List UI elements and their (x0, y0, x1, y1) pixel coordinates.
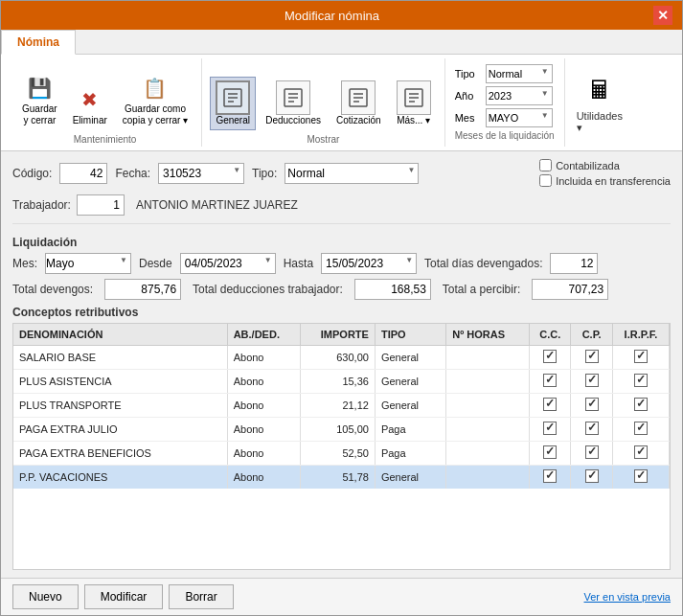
checkbox[interactable] (585, 398, 599, 411)
footer: Nuevo Modificar Borrar Ver en vista prev… (1, 578, 682, 615)
conceptos-section: Conceptos retributivos DENOMINACIÓN AB./… (12, 306, 671, 570)
deducciones-label: Deducciones (265, 115, 321, 126)
checkbox[interactable] (634, 469, 648, 483)
deducciones-icon (276, 80, 310, 115)
tipo-row: Tipo Normal Extra (455, 64, 555, 83)
desde-label: Desde (139, 257, 172, 270)
delete-icon: ✖ (75, 84, 105, 115)
ano-label: Año (455, 90, 482, 102)
ribbon-tabs: Nómina (1, 30, 682, 55)
ano-row: Año 2023 2022 (455, 86, 555, 105)
checkbox[interactable] (634, 374, 648, 387)
checkbox[interactable] (634, 350, 648, 363)
checkbox[interactable] (543, 350, 557, 363)
vista-previa-link[interactable]: Ver en vista previa (584, 591, 672, 603)
trabajador-label: Trabajador: (12, 198, 71, 212)
mostrar-buttons: General Deducciones (210, 60, 437, 130)
mas-button[interactable]: Más... ▾ (391, 77, 437, 130)
codigo-label: Código: (12, 167, 52, 180)
mes-select[interactable]: MAYO JUNIO (486, 108, 553, 127)
ribbon-group-mostrar: General Deducciones (202, 58, 445, 147)
meses-liquidacion-label: Meses de la liquidación (455, 130, 555, 141)
trabajador-name: ANTONIO MARTINEZ JUAREZ (130, 198, 298, 212)
guardar-copia-button[interactable]: 📋 Guardar comocopia y cerrar ▾ (117, 69, 194, 130)
col-denominacion: DENOMINACIÓN (13, 324, 227, 346)
tipo-form-wrapper: Normal (285, 163, 419, 184)
incluida-checkbox[interactable] (539, 174, 552, 187)
utilities-icon: 🖩 (581, 72, 619, 110)
checkbox[interactable] (634, 398, 648, 411)
general-button[interactable]: General (210, 77, 256, 130)
conceptos-table: DENOMINACIÓN AB./DED. IMPORTE TIPO Nº HO… (13, 324, 670, 489)
desde-input[interactable] (180, 253, 276, 274)
guardar-label: Guardary cerrar (22, 103, 57, 126)
ribbon-content: 💾 Guardary cerrar ✖ Eliminar 📋 Guardar c… (1, 55, 682, 150)
col-cp: C.P. (571, 324, 612, 346)
tipo-form-select[interactable]: Normal (285, 163, 419, 184)
window-title: Modificar nómina (11, 9, 653, 23)
total-dias-input[interactable] (550, 253, 598, 274)
checkbox[interactable] (585, 469, 599, 483)
save-icon: 💾 (24, 73, 55, 103)
contabilizada-label: Contabilizada (556, 160, 620, 171)
checkbox[interactable] (585, 422, 599, 435)
incluida-label: Incluida en transferencia (556, 175, 671, 187)
eliminar-button[interactable]: ✖ Eliminar (67, 80, 113, 130)
ano-select[interactable]: 2023 2022 (486, 86, 553, 105)
fecha-input[interactable] (158, 163, 244, 184)
col-tipo: TIPO (375, 324, 445, 346)
main-content: Código: Fecha: Tipo: Normal Contabilizad… (1, 151, 682, 578)
close-button[interactable]: ✕ (653, 6, 672, 25)
mes-liq-select[interactable]: Mayo (45, 253, 131, 274)
modificar-button[interactable]: Modificar (84, 584, 164, 609)
table-row[interactable]: PLUS TRANSPORTEAbono21,12General (13, 394, 670, 418)
checkbox[interactable] (585, 445, 599, 459)
total-ded-input[interactable] (354, 279, 431, 300)
contabilizada-checkbox[interactable] (539, 159, 552, 171)
tipo-label: Tipo (455, 68, 482, 80)
table-row[interactable]: PAGA EXTRA JULIOAbono105,00Paga (13, 418, 670, 442)
mes-select-wrapper: MAYO JUNIO (486, 108, 553, 127)
checkbox[interactable] (585, 350, 599, 363)
conceptos-title: Conceptos retributivos (12, 306, 671, 319)
guardar-cerrar-button[interactable]: 💾 Guardary cerrar (16, 69, 63, 130)
table-row[interactable]: PLUS ASISTENCIAAbono15,36General (13, 370, 670, 394)
table-row[interactable]: P.P. VACACIONESAbono51,78General (13, 466, 670, 490)
tipo-select-wrapper: Normal Extra (486, 64, 553, 83)
hasta-wrapper (321, 253, 417, 274)
trabajador-num-input[interactable] (77, 194, 125, 216)
conceptos-table-wrapper: DENOMINACIÓN AB./DED. IMPORTE TIPO Nº HO… (12, 323, 671, 570)
cotizacion-button[interactable]: Cotización (330, 77, 387, 130)
nuevo-button[interactable]: Nuevo (12, 584, 79, 609)
totals-row: Total devengos: Total deducciones trabaj… (12, 279, 671, 300)
borrar-button[interactable]: Borrar (169, 584, 233, 609)
hasta-input[interactable] (321, 253, 417, 274)
checkbox[interactable] (543, 445, 557, 459)
fecha-wrapper (158, 163, 244, 184)
checkbox[interactable] (634, 422, 648, 435)
col-importe: IMPORTE (300, 324, 375, 346)
codigo-input[interactable] (59, 163, 107, 184)
tab-nomina[interactable]: Nómina (1, 30, 76, 55)
fecha-label: Fecha: (115, 167, 150, 180)
general-icon (216, 80, 250, 115)
codigo-row: Código: Fecha: Tipo: Normal Contabilizad… (12, 159, 671, 187)
checkbox[interactable] (543, 422, 557, 435)
table-row[interactable]: SALARIO BASEAbono630,00General (13, 346, 670, 370)
table-row[interactable]: PAGA EXTRA BENEFICIOSAbono52,50Paga (13, 442, 670, 466)
checkbox[interactable] (543, 469, 557, 483)
total-percibir-input[interactable] (532, 279, 608, 300)
utilities-button[interactable]: 🖩 Utilidades▾ (565, 58, 634, 147)
total-devengos-input[interactable] (104, 279, 181, 300)
checkbox[interactable] (585, 374, 599, 387)
checkbox[interactable] (543, 398, 557, 411)
incluida-row: Incluida en transferencia (539, 174, 671, 187)
checkbox[interactable] (543, 374, 557, 387)
mantenimiento-buttons: 💾 Guardary cerrar ✖ Eliminar 📋 Guardar c… (16, 60, 194, 130)
checkbox[interactable] (634, 445, 648, 459)
mas-icon (397, 80, 431, 115)
deducciones-button[interactable]: Deducciones (260, 77, 327, 130)
tipo-select[interactable]: Normal Extra (486, 64, 553, 83)
cotizacion-icon (341, 80, 376, 115)
ribbon-group-mantenimiento: 💾 Guardary cerrar ✖ Eliminar 📋 Guardar c… (9, 58, 202, 147)
